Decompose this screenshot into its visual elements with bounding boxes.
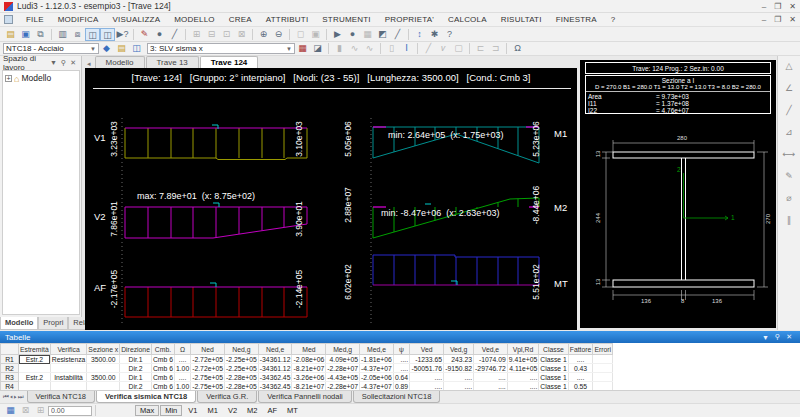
move-icon[interactable]: ↕ [412,28,427,41]
extent-icon[interactable]: ⊠ [234,28,249,41]
table-cell[interactable] [593,373,613,382]
table-cell[interactable]: Classe 1 [539,382,568,391]
norm-settings-icon[interactable]: ◆ [99,42,114,55]
column-header[interactable]: Errori [593,344,613,355]
workspace-tab-modello[interactable]: Modello [0,317,38,330]
table-cell[interactable]: -2.72e+05 [191,355,225,364]
table-cell[interactable]: .... [568,355,593,364]
draw-beam-icon[interactable]: ● [152,28,167,41]
draw-node-icon[interactable]: ✎ [137,28,152,41]
parallel-tool-icon[interactable]: ∥ [782,214,797,227]
m2-button[interactable]: M2 [242,406,262,415]
columns-icon[interactable]: ◫ [129,42,144,55]
triangle-tool-icon[interactable]: △ [782,60,797,73]
table-cell[interactable]: 243.23 [444,355,474,364]
bracket-close-icon[interactable]: ⊐ [488,42,503,55]
table-cell[interactable]: -2.25e+05 [225,355,259,364]
table-cell[interactable]: .... [393,364,409,373]
table-cell[interactable]: -34362.45 [258,382,292,391]
tabelle-dropdown-icon[interactable]: ▼ [759,334,772,341]
min-button[interactable]: Min [160,405,182,416]
table-cell[interactable]: -2.72e+05 [191,364,225,373]
table-cell[interactable]: -4.43e+05 [326,373,360,382]
table-cell[interactable] [87,364,120,373]
menu-attributi[interactable]: ATTRIBUTI [259,15,316,24]
window-zoom-icon[interactable]: ⊡ [219,28,234,41]
child-close-icon[interactable]: ✕ [789,15,796,24]
table-cell[interactable]: -2.08e+06 [292,355,326,364]
sigma-icon[interactable]: ⊠ [18,404,33,417]
table-cell[interactable]: -2.75e+05 [191,373,225,382]
table-cell[interactable]: -1233.65 [410,355,444,364]
table-cell[interactable]: Dir.1 [120,355,152,364]
deformed-icon[interactable]: ▯ [384,42,399,55]
table-cell[interactable]: -34362.45 [258,373,292,382]
table-cell[interactable]: -3.26e+06 [292,373,326,382]
table-cell[interactable]: .... [393,355,409,364]
load-case-combo[interactable]: 3: SLV sisma x ▼ [147,43,295,54]
measure-icon[interactable]: ╱ [390,28,405,41]
render-icon[interactable]: ◩ [375,28,390,41]
table-cell[interactable]: .... [444,382,474,391]
table-cell[interactable]: Cmb 6 [151,373,174,382]
table-cell[interactable] [19,364,51,373]
doc-tab-trave124[interactable]: Trave 124 [200,56,258,68]
table-cell[interactable]: 0.89 [393,382,409,391]
table-cell[interactable]: 4.09e+05 [326,355,360,364]
menu-visualizza[interactable]: VISUALIZZA [105,15,167,24]
print-icon[interactable]: ▥ [55,28,70,41]
envelope-icon[interactable]: ◪ [310,42,325,55]
table-cell[interactable]: -9150.82 [444,364,474,373]
table-cell[interactable]: -50051.76 [410,364,444,373]
menu-modifica[interactable]: MODIFICA [51,15,106,24]
zoom-out-icon[interactable]: ⊖ [271,28,286,41]
moment-diagram-icon[interactable]: ∿ [362,42,377,55]
table-cell[interactable]: -4.37e+07 [360,382,394,391]
column-header[interactable]: Sezione x [87,344,120,355]
tab-verifica-ntc18[interactable]: Verifica NTC18 [27,391,95,403]
export-table-icon[interactable]: ▦ [3,404,18,417]
shear-diagram-icon[interactable]: ∿ [347,42,362,55]
tab-verifica-gr[interactable]: Verifica G.R. [197,391,257,403]
snapshot-icon[interactable]: ▣ [308,28,323,41]
table-cell[interactable]: -8.21e+07 [292,382,326,391]
table-cell[interactable]: R4 [1,382,19,391]
v2-button[interactable]: V2 [223,406,242,415]
m1-button[interactable]: M1 [202,406,222,415]
angle-tool-icon[interactable]: ∠ [782,82,797,95]
column-header[interactable]: Vpl,Rd [507,344,539,355]
tab-verifica-sismica-ntc18[interactable]: Verifica sismica NTC18 [96,391,196,403]
child-restore-icon[interactable]: ❐ [774,15,781,24]
table-cell[interactable]: Instabilità [50,373,87,382]
table-cell[interactable]: Dir.2 [120,364,152,373]
beam-section-icon[interactable]: Ⅰ [399,42,414,55]
table-cell[interactable]: Dir.1 [120,373,152,382]
column-header[interactable]: Ved,g [444,344,474,355]
menu-risultati[interactable]: RISULTATI [494,15,549,24]
table-cell[interactable]: .... [174,355,190,364]
column-header[interactable] [1,344,19,355]
table-cell[interactable]: -8.21e+07 [292,364,326,373]
sheet-nav-icons[interactable]: ⏮◂▸⏭ [0,391,27,401]
af-button[interactable]: AF [262,406,282,415]
section-x-field[interactable] [48,406,92,416]
menu-calcola[interactable]: CALCOLA [441,15,494,24]
column-header[interactable]: Estremità [19,344,51,355]
filter-icon[interactable]: ⊞ [33,404,48,417]
table-cell[interactable]: .... [507,382,539,391]
table-cell[interactable]: Classe 1 [539,373,568,382]
bracket-open-icon[interactable]: ⊏ [473,42,488,55]
menu-finestra[interactable]: FINESTRA [549,15,604,24]
max-button[interactable]: Max [135,405,159,416]
table-cell[interactable]: -1.81e+06 [360,355,394,364]
table-cell[interactable]: -2.28e+07 [326,382,360,391]
table-cell[interactable]: R1 [1,355,19,364]
table-cell[interactable]: Dir.2 [120,382,152,391]
table-cell[interactable] [87,382,120,391]
column-header[interactable]: Med,e [360,344,394,355]
column-header[interactable]: Ned,e [258,344,292,355]
table-cell[interactable]: -34361.12 [258,364,292,373]
column-header[interactable]: Ned [191,344,225,355]
draw-line-icon[interactable]: ╱ [167,28,182,41]
column-header[interactable]: Classe [539,344,568,355]
